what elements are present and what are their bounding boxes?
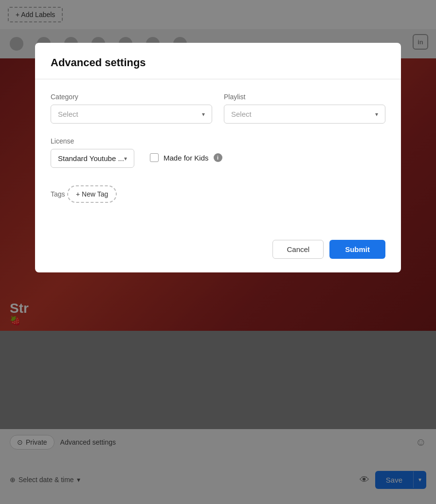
license-chevron-icon: ▾ xyxy=(124,155,127,162)
license-select[interactable]: Standard Youtube ... ▾ xyxy=(51,149,134,168)
tags-label: Tags xyxy=(51,190,65,198)
cancel-button[interactable]: Cancel xyxy=(272,240,324,259)
playlist-group: Playlist Select ▾ xyxy=(224,93,385,124)
category-group: Category Select ▾ xyxy=(51,93,212,124)
new-tag-button[interactable]: + New Tag xyxy=(67,185,117,203)
playlist-select[interactable]: Select ▾ xyxy=(224,105,385,124)
modal-body: Category Select ▾ Playlist Select ▾ Lice… xyxy=(35,79,401,230)
category-playlist-row: Category Select ▾ Playlist Select ▾ xyxy=(51,93,385,124)
license-group: License Standard Youtube ... ▾ xyxy=(51,137,134,168)
license-row: License Standard Youtube ... ▾ Made for … xyxy=(51,137,385,168)
made-for-kids-label: Made for Kids xyxy=(164,154,209,162)
advanced-settings-modal: Advanced settings Category Select ▾ Play… xyxy=(35,43,401,272)
tags-row: Tags + New Tag xyxy=(51,181,385,203)
made-for-kids-group: Made for Kids i xyxy=(150,153,222,168)
category-label: Category xyxy=(51,93,212,101)
license-select-value: Standard Youtube ... xyxy=(58,154,124,162)
category-select-value: Select xyxy=(58,110,78,118)
category-chevron-icon: ▾ xyxy=(202,111,205,118)
playlist-select-value: Select xyxy=(231,110,252,118)
submit-button[interactable]: Submit xyxy=(329,240,385,259)
modal-title: Advanced settings xyxy=(51,56,385,69)
playlist-label: Playlist xyxy=(224,93,385,101)
modal-header: Advanced settings xyxy=(35,43,401,79)
made-for-kids-info-icon[interactable]: i xyxy=(214,153,222,162)
playlist-chevron-icon: ▾ xyxy=(375,111,378,118)
category-select[interactable]: Select ▾ xyxy=(51,105,212,124)
modal-footer: Cancel Submit xyxy=(35,230,401,272)
license-label: License xyxy=(51,137,134,145)
made-for-kids-checkbox[interactable] xyxy=(150,153,159,162)
